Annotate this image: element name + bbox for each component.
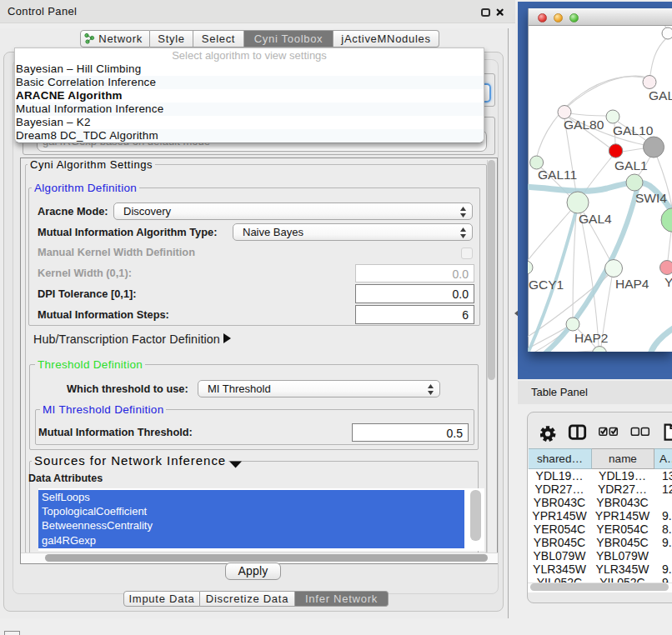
svg-text:HAP4: HAP4 xyxy=(615,277,649,291)
svg-text:GAL10: GAL10 xyxy=(613,123,654,138)
svg-text:GCY1: GCY1 xyxy=(529,278,564,292)
svg-text:GAL11: GAL11 xyxy=(538,168,577,182)
svg-text:YEL: YEL xyxy=(664,275,672,289)
svg-text:GAL4: GAL4 xyxy=(579,212,612,226)
svg-text:SWI4: SWI4 xyxy=(635,191,667,205)
svg-text:GAL1: GAL1 xyxy=(614,158,648,172)
svg-text:GAL7: GAL7 xyxy=(649,88,672,102)
svg-text:HAP2: HAP2 xyxy=(574,331,609,345)
svg-text:GAL80: GAL80 xyxy=(564,118,604,132)
